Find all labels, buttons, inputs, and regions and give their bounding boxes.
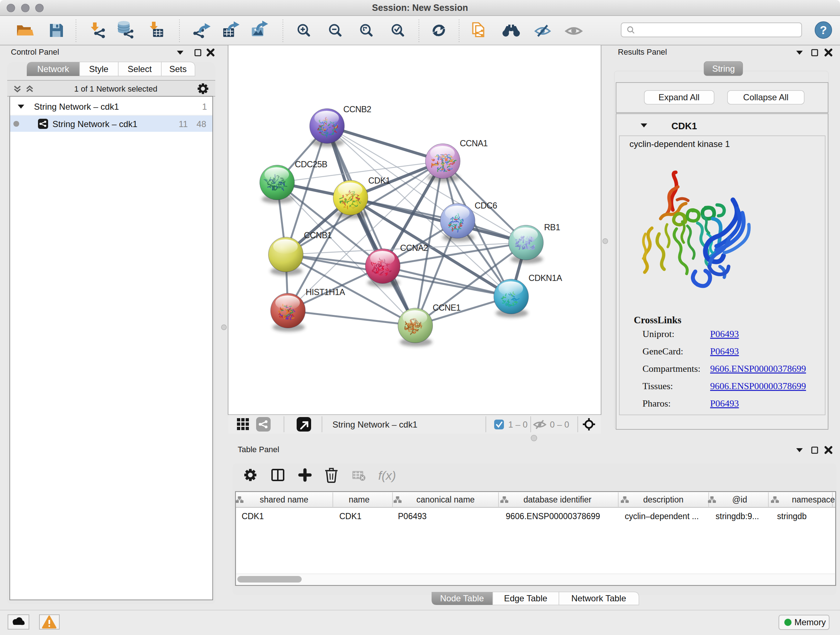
svg-text:shared name: shared name (260, 495, 308, 504)
svg-text:Uniprot:: Uniprot: (643, 329, 674, 339)
svg-text:stringdb:9...: stringdb:9... (715, 511, 759, 521)
svg-text:RB1: RB1 (544, 223, 560, 232)
svg-text:Style: Style (89, 64, 108, 74)
svg-text:String: String (712, 64, 735, 73)
svg-text:cyclin-dependent kinase 1: cyclin-dependent kinase 1 (630, 139, 730, 149)
svg-text:Node Table: Node Table (440, 593, 484, 603)
svg-text:Table Panel: Table Panel (238, 445, 279, 454)
svg-text:cyclin–dependent ...: cyclin–dependent ... (625, 511, 699, 521)
svg-text:CDKN1A: CDKN1A (529, 273, 562, 283)
svg-text:Tissues:: Tissues: (643, 381, 673, 391)
svg-text:9606.ENSP00000378699: 9606.ENSP00000378699 (710, 381, 806, 391)
svg-text:Expand All: Expand All (658, 92, 699, 102)
svg-text:1 – 0: 1 – 0 (508, 420, 527, 429)
svg-text:name: name (349, 495, 370, 504)
svg-text:Collapse All: Collapse All (743, 92, 788, 102)
svg-text:11: 11 (179, 119, 188, 129)
svg-text:canonical name: canonical name (416, 495, 475, 504)
svg-text:CDK1: CDK1 (368, 176, 390, 185)
svg-text:Session: New Session: Session: New Session (372, 3, 468, 13)
svg-text:9606.ENSP00000378699: 9606.ENSP00000378699 (710, 363, 806, 374)
svg-text:9606.ENSP00000378699: 9606.ENSP00000378699 (506, 511, 600, 521)
svg-text:P06493: P06493 (710, 329, 739, 339)
svg-text:Select: Select (128, 64, 152, 74)
svg-text:namespace: namespace (792, 495, 835, 504)
svg-text:CCNA1: CCNA1 (460, 139, 488, 148)
svg-text:String Network – cdk1: String Network – cdk1 (332, 420, 417, 429)
svg-text:Sets: Sets (169, 64, 187, 74)
svg-text:CrossLinks: CrossLinks (634, 315, 682, 325)
svg-text:1: 1 (202, 102, 207, 111)
svg-text:String Network – cdk1: String Network – cdk1 (52, 119, 137, 129)
svg-text:@id: @id (732, 495, 747, 504)
svg-text:Compartments:: Compartments: (643, 363, 700, 374)
svg-text:CDC6: CDC6 (475, 201, 497, 211)
svg-text:Network Table: Network Table (571, 593, 626, 603)
svg-text:HIST1H1A: HIST1H1A (306, 287, 345, 297)
svg-text:CDK1: CDK1 (671, 120, 697, 131)
svg-text:stringdb: stringdb (777, 511, 807, 521)
svg-text:Network: Network (37, 64, 69, 74)
svg-text:Memory: Memory (794, 617, 826, 627)
svg-text:P06493: P06493 (398, 511, 426, 521)
svg-text:description: description (643, 495, 684, 504)
svg-text:48: 48 (196, 119, 206, 129)
svg-text:Edge Table: Edge Table (504, 593, 547, 603)
svg-text:0 – 0: 0 – 0 (550, 420, 569, 429)
svg-text:Pharos:: Pharos: (643, 398, 671, 409)
svg-text:CDC25B: CDC25B (295, 160, 327, 169)
svg-text:CCNA2: CCNA2 (400, 243, 428, 253)
svg-text:CCNB2: CCNB2 (343, 105, 371, 114)
svg-text:CDK1: CDK1 (339, 511, 362, 521)
svg-text:GeneCard:: GeneCard: (643, 346, 684, 356)
svg-text:f(x): f(x) (378, 469, 396, 482)
svg-text:database identifier: database identifier (523, 495, 592, 504)
svg-text:String Network – cdk1: String Network – cdk1 (34, 102, 119, 111)
svg-text:?: ? (820, 24, 827, 36)
svg-text:CCNE1: CCNE1 (433, 303, 461, 312)
svg-text:CCNB1: CCNB1 (304, 231, 332, 240)
svg-text:1 of 1 Network selected: 1 of 1 Network selected (74, 84, 157, 93)
svg-text:P06493: P06493 (710, 398, 739, 409)
svg-text:CDK1: CDK1 (242, 511, 264, 521)
svg-text:Control Panel: Control Panel (11, 48, 59, 57)
svg-text:Results Panel: Results Panel (618, 48, 667, 57)
svg-text:P06493: P06493 (710, 346, 739, 356)
